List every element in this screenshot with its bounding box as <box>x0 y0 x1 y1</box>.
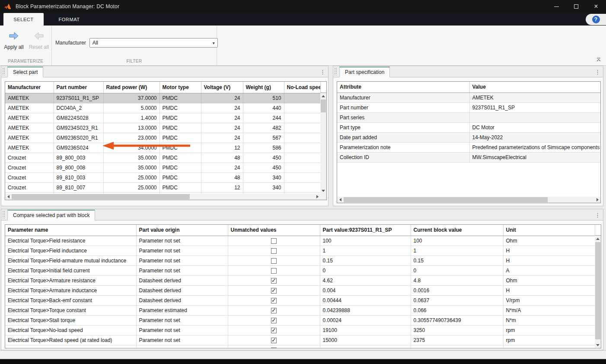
scroll-down-button[interactable] <box>320 188 326 194</box>
column-header[interactable]: Unmatched values <box>228 225 320 236</box>
compare-row[interactable]: Electrical Torque>Field inductanceParame… <box>5 246 595 255</box>
compare-row[interactable]: Electrical Torque>No-load speedParameter… <box>5 325 595 335</box>
scroll-right-button[interactable] <box>314 194 320 200</box>
unmatched-checkbox[interactable] <box>271 258 277 264</box>
reset-all-button[interactable]: Reset all <box>27 32 51 50</box>
vertical-scrollbar[interactable] <box>320 93 326 194</box>
compare-row[interactable]: Electrical Torque>Back-emf constantDatas… <box>5 295 595 305</box>
cell: 1 <box>320 246 411 255</box>
column-header[interactable]: Part value origin <box>136 225 228 236</box>
column-header[interactable]: Unit <box>503 225 595 236</box>
cell: PMDC <box>159 93 201 103</box>
column-header[interactable]: Value <box>469 82 600 93</box>
part-row[interactable]: AMETEKGM9236S020_R123.0000PMDC24567 <box>5 133 320 143</box>
unmatched-checkbox[interactable] <box>271 248 277 254</box>
part-row[interactable]: Crouzet89_800_00835.0000PMDC24450 <box>5 163 320 172</box>
cell: Datasheet derived <box>136 275 228 285</box>
part-row[interactable]: AMETEKGM9236S02434.0000PMDC12586 <box>5 143 320 153</box>
spec-row[interactable]: Parameterization notePredefined paramete… <box>337 142 600 152</box>
spec-row[interactable]: Part typeDC Motor <box>337 122 600 132</box>
cell: H <box>503 246 595 255</box>
column-header[interactable]: No-Load speed <box>284 82 320 93</box>
column-header[interactable]: Part number <box>54 82 103 93</box>
scroll-left-button[interactable] <box>337 197 343 203</box>
panel-menu-icon[interactable]: ⋮ <box>595 70 600 75</box>
unmatched-checkbox[interactable] <box>271 238 277 244</box>
part-row[interactable]: Crouzet89_800_00335.0000PMDC48450 <box>5 153 320 163</box>
column-header[interactable]: Part value:9237S011_R1_SP <box>320 225 411 236</box>
compare-row[interactable]: Electrical Torque>Parameter not set <box>5 345 595 348</box>
scroll-right-button[interactable] <box>594 197 600 203</box>
column-header[interactable]: Motor type <box>159 82 201 93</box>
tab-format[interactable]: FORMAT <box>44 13 95 26</box>
compare-row[interactable]: Electrical Torque>Torque constantParamet… <box>5 305 595 315</box>
spec-row[interactable]: Collection IDMW.SimscapeElectrical <box>337 152 600 162</box>
unmatched-checkbox[interactable] <box>271 318 277 323</box>
column-header[interactable]: Weight (g) <box>243 82 284 93</box>
part-row[interactable]: Crouzet89_810_00325.0000PMDC48340 <box>5 172 320 182</box>
apply-all-button[interactable]: Apply all <box>2 32 26 50</box>
tab-select-part[interactable]: Select part <box>7 67 43 77</box>
unmatched-checkbox[interactable] <box>271 328 277 333</box>
close-button[interactable]: × <box>586 0 606 13</box>
scroll-up-button[interactable] <box>320 93 326 99</box>
column-header[interactable]: Rated power (W) <box>103 82 159 93</box>
help-icon[interactable]: ? <box>592 16 600 23</box>
part-row[interactable]: AMETEKGM9234S023_R113.0000PMDC24482 <box>5 123 320 133</box>
compare-row[interactable]: Electrical Torque>Stall torqueParameter … <box>5 315 595 325</box>
unmatched-checkbox[interactable] <box>271 348 277 348</box>
column-header[interactable]: Manufacturer <box>5 82 54 93</box>
panel-menu-icon[interactable]: ⋮ <box>320 70 325 75</box>
part-row[interactable]: Crouzet89_810_00725.0000PMDC12340 <box>5 182 320 192</box>
tab-select[interactable]: SELECT <box>3 13 44 26</box>
column-header[interactable]: Current block value <box>411 225 503 236</box>
compare-row[interactable]: Electrical Torque>Armature inductanceDat… <box>5 285 595 295</box>
tab-part-specification[interactable]: Part specification <box>339 67 390 77</box>
cell: H <box>503 285 595 295</box>
drag-handle-icon[interactable] <box>2 211 5 218</box>
vertical-scrollbar[interactable] <box>595 236 601 348</box>
drag-handle-icon[interactable] <box>2 67 5 75</box>
cell: 89_800_003 <box>54 153 103 163</box>
tab-compare[interactable]: Compare selected part with block <box>7 210 95 220</box>
maximize-button[interactable] <box>566 0 586 13</box>
compare-row[interactable]: Electrical Torque>Rated speed (at rated … <box>5 335 595 345</box>
compare-row[interactable]: Electrical Torque>Initial field currentP… <box>5 265 595 275</box>
column-header[interactable]: Parameter name <box>5 225 136 236</box>
scroll-left-button[interactable] <box>5 194 11 200</box>
part-specification-panel: Part specification ⋮ AttributeValue Manu… <box>333 66 603 206</box>
spec-row[interactable]: Part number9237S011_R1_SP <box>337 102 600 112</box>
cell: 9237S011_R1_SP <box>469 102 600 112</box>
part-row[interactable]: AMETEKGM8224S0281.4000PMDC24244 <box>5 113 320 123</box>
column-header[interactable]: Attribute <box>337 82 469 93</box>
cell: GM9236S020_R1 <box>54 133 103 143</box>
drag-handle-icon[interactable] <box>334 67 337 75</box>
spec-row[interactable]: Date part added14-May-2022 <box>337 132 600 142</box>
compare-row[interactable]: Electrical Torque>Armature resistanceDat… <box>5 275 595 285</box>
panel-menu-icon[interactable]: ⋮ <box>595 213 600 218</box>
part-row[interactable]: AMETEKDC040A_25.0000PMDC24440 <box>5 103 320 113</box>
unmatched-checkbox[interactable] <box>271 308 277 313</box>
collapse-ribbon-button[interactable] <box>596 57 602 63</box>
unmatched-checkbox[interactable] <box>271 288 277 294</box>
compare-row[interactable]: Electrical Torque>Field-armature mutual … <box>5 255 595 265</box>
scrollbar-thumb[interactable] <box>344 197 548 202</box>
unmatched-checkbox[interactable] <box>271 338 277 343</box>
compare-row[interactable]: Electrical Torque>Field resistanceParame… <box>5 236 595 246</box>
scroll-up-button[interactable] <box>595 236 601 242</box>
horizontal-scrollbar[interactable] <box>5 194 320 200</box>
horizontal-scrollbar[interactable] <box>337 197 600 203</box>
column-header[interactable]: Voltage (V) <box>201 82 243 93</box>
spec-row[interactable]: ManufacturerAMETEK <box>337 93 600 102</box>
scrollbar-thumb[interactable] <box>12 194 190 199</box>
scrollbar-thumb[interactable] <box>595 242 600 339</box>
scroll-down-button[interactable] <box>595 342 601 348</box>
unmatched-checkbox[interactable] <box>271 278 277 284</box>
spec-row[interactable]: Part series <box>337 112 600 122</box>
unmatched-checkbox[interactable] <box>271 268 277 274</box>
manufacturer-dropdown[interactable]: All ▾ <box>89 38 218 48</box>
scrollbar-thumb[interactable] <box>321 99 326 112</box>
unmatched-checkbox[interactable] <box>271 298 277 303</box>
part-row[interactable]: AMETEK9237S011_R1_SP37.0000PMDC24510 <box>5 93 320 103</box>
minimize-button[interactable] <box>546 0 566 13</box>
